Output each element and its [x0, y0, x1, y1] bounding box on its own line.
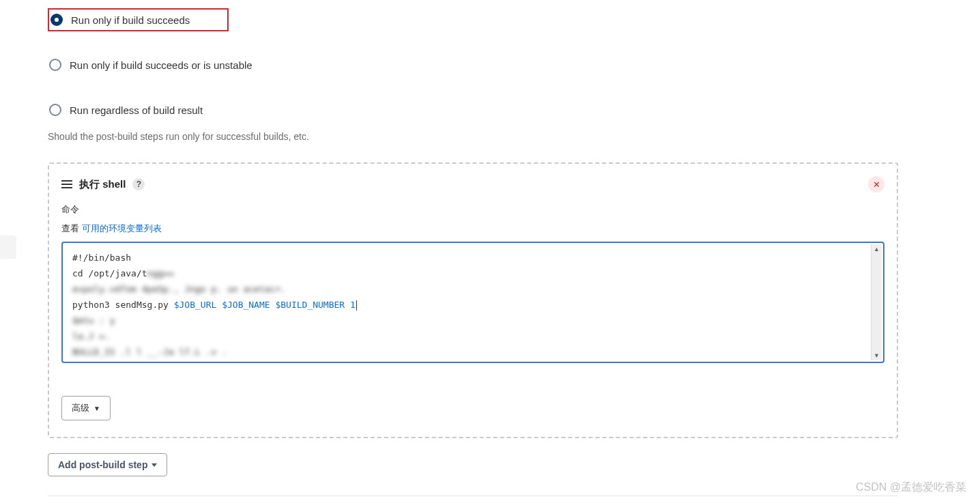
- env-variables-link[interactable]: 可用的环境变量列表: [82, 223, 162, 233]
- text-cursor: [356, 300, 357, 311]
- advanced-button[interactable]: 高级 ▼: [61, 396, 111, 420]
- radio-icon: [49, 59, 61, 71]
- radio-option-regardless[interactable]: Run regardless of build result: [48, 101, 898, 119]
- shell-command-input[interactable]: #!/bin/bash cd /opt/java/tngg== evpoly.v…: [61, 242, 884, 363]
- radio-help-text: Should the post-build steps run only for…: [48, 131, 898, 142]
- command-label: 命令: [61, 203, 884, 216]
- scroll-down-icon[interactable]: ▼: [871, 351, 882, 360]
- radio-option-build-succeeds[interactable]: Run only if build succeeds: [48, 8, 229, 31]
- advanced-label: 高级: [72, 402, 89, 414]
- scroll-up-icon[interactable]: ▲: [871, 244, 882, 254]
- radio-label: Run regardless of build result: [70, 104, 203, 116]
- close-icon[interactable]: ✕: [868, 176, 884, 192]
- drag-handle-icon[interactable]: [61, 180, 72, 188]
- env-link-row: 查看 可用的环境变量列表: [61, 222, 884, 235]
- radio-label: Run only if build succeeds: [71, 14, 190, 26]
- radio-icon: [49, 104, 61, 116]
- add-post-build-step-button[interactable]: Add post-build step: [48, 453, 167, 476]
- code-area[interactable]: #!/bin/bash cd /opt/java/tngg== evpoly.v…: [64, 244, 882, 360]
- radio-label: Run only if build succeeds or is unstabl…: [70, 59, 253, 71]
- step-title: 执行 shell: [79, 178, 126, 191]
- scrollbar[interactable]: ▲ ▼: [871, 244, 882, 360]
- radio-option-succeeds-or-unstable[interactable]: Run only if build succeeds or is unstabl…: [48, 56, 898, 74]
- help-icon[interactable]: ?: [132, 178, 145, 190]
- caret-down-icon: [152, 463, 157, 467]
- env-prefix: 查看: [61, 223, 82, 233]
- side-stub: [0, 235, 16, 259]
- divider: [48, 495, 898, 496]
- add-step-label: Add post-build step: [58, 459, 147, 470]
- chevron-down-icon: ▼: [93, 405, 100, 412]
- radio-icon: [51, 14, 63, 26]
- shell-step-box: 执行 shell ? ✕ 命令 查看 可用的环境变量列表 #!/bin/bash…: [48, 162, 898, 438]
